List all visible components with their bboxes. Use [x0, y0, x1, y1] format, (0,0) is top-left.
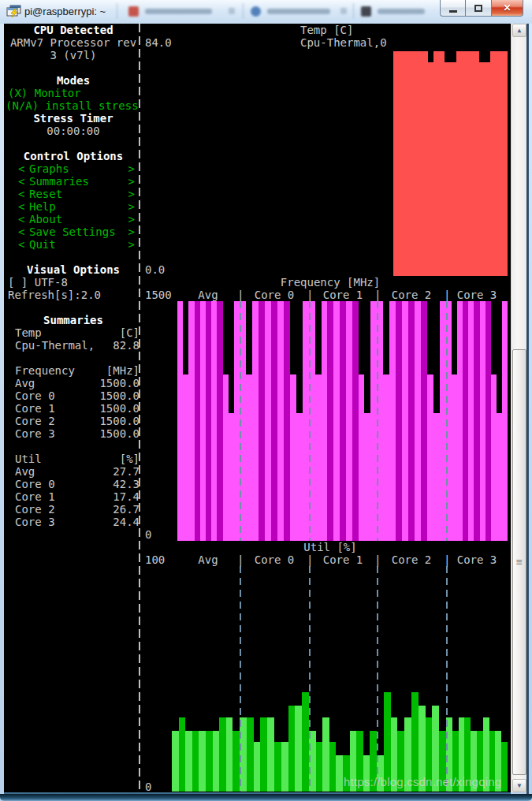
minimize-icon [449, 10, 457, 13]
section-divider [377, 301, 378, 541]
summary-freq-row: Core 21500.0 [15, 415, 140, 427]
menu-item-help[interactable]: <Help> [18, 200, 135, 213]
maximize-icon [474, 5, 482, 12]
scroll-down-icon: ▼ [518, 782, 522, 789]
refresh-field[interactable]: Refresh[s]:2.0 [8, 289, 101, 301]
putty-icon [6, 5, 21, 18]
section-divider [377, 566, 378, 792]
arrow-right-icon: > [128, 175, 135, 188]
util-graph-title: Util [%] [148, 541, 512, 553]
arrow-right-icon: > [128, 238, 135, 251]
graph-bars [377, 566, 446, 792]
label-row-pipe: | [374, 289, 381, 301]
arrow-left-icon: < [18, 225, 24, 238]
mode-monitor[interactable]: (X) Monitor [8, 87, 81, 99]
freq-section-label: Core 1 [323, 289, 363, 301]
scroll-thumb[interactable]: ≡ [512, 349, 526, 775]
utf8-checkbox[interactable]: [ ] UTF-8 [8, 276, 68, 289]
close-icon: ✕ [503, 2, 511, 13]
temp-ymin-label: 0.0 [145, 263, 165, 276]
cpu-detected-header: CPU Detected [4, 24, 143, 36]
arrow-left-icon: < [18, 213, 24, 225]
graph-bars [240, 301, 309, 541]
cpu-model-line2: 3 (v7l) [4, 49, 143, 61]
section-divider [446, 566, 448, 792]
label-row-pipe: | [307, 289, 313, 301]
util-section-label: Core 2 [392, 553, 432, 566]
section-divider [446, 301, 448, 541]
freq-graph-title: Frequency [MHz] [148, 276, 512, 289]
summary-freq-row: Core 01500.0 [15, 389, 140, 402]
terminal: CPU Detected ARMv7 Processor rev 3 (v7l)… [4, 24, 511, 794]
thumb-grip-icon: ≡ [516, 560, 523, 564]
arrow-right-icon: > [128, 162, 135, 175]
control-options-header: Control Options [4, 150, 143, 162]
summary-util-row: Core 324.4 [15, 516, 140, 528]
menu-item-save-settings[interactable]: <Save Settings> [18, 225, 135, 238]
summary-temp-header: Temp[C] [15, 326, 140, 339]
temp-ymax-label: 84.0 [145, 36, 172, 49]
summary-freq-row: Core 11500.0 [15, 402, 140, 415]
graph-bars [377, 301, 446, 541]
stress-timer-value: 00:00:00 [4, 125, 143, 137]
arrow-left-icon: < [18, 238, 24, 251]
util-section-label: Core 1 [323, 553, 363, 566]
minimize-button[interactable] [440, 0, 466, 17]
temp-graph-title: Temp [C] [300, 24, 353, 36]
arrow-left-icon: < [18, 200, 24, 213]
temp-series-label: Cpu-Thermal,0 [300, 36, 387, 49]
menu-item-graphs[interactable]: <Graphs> [18, 162, 135, 175]
summary-freq-row: Core 31500.0 [15, 427, 140, 440]
watermark: https://blog.csdn.net/xingqing [344, 775, 501, 788]
background-tab-favicon-dark [361, 6, 371, 17]
summary-freq-header: Frequency[MHz] [15, 364, 140, 377]
summaries-header: Summaries [4, 314, 143, 326]
menu-item-about[interactable]: <About> [18, 213, 135, 225]
summary-freq-row: Avg1500.0 [15, 377, 140, 389]
summary-util-row: Core 226.7 [15, 503, 140, 516]
section-divider [240, 301, 241, 541]
scroll-down-button[interactable]: ▼ [512, 779, 526, 792]
arrow-right-icon: > [128, 188, 135, 200]
window-bottom-border [0, 794, 532, 801]
summary-util-row: Core 117.4 [15, 490, 140, 503]
cpu-model-line1: ARMv7 Processor rev [4, 36, 143, 49]
label-row-pipe: | [307, 553, 313, 566]
freq-section-label: Core 2 [392, 289, 432, 301]
window-right-border [526, 24, 529, 794]
scroll-up-button[interactable]: ▲ [512, 24, 526, 37]
background-tab-favicon-blue [251, 6, 261, 17]
util-section-label: Avg [198, 553, 218, 566]
util-ymax-label: 100 [145, 553, 165, 566]
util-section-label: Core 3 [457, 553, 497, 566]
graph-bars [309, 301, 377, 541]
arrow-right-icon: > [128, 225, 135, 238]
summary-util-row: Core 042.3 [15, 478, 140, 490]
graph-bars [393, 49, 508, 276]
background-tab-favicon-red [128, 6, 139, 17]
arrow-left-icon: < [18, 188, 24, 200]
graph-bars [240, 566, 309, 792]
freq-section-label: Core 3 [457, 289, 497, 301]
sidebar-graph-divider [139, 24, 140, 793]
freq-section-label: Avg [198, 289, 218, 301]
maximize-button[interactable] [466, 0, 491, 17]
summary-util-row: Avg27.7 [15, 465, 140, 478]
freq-ymax-label: 1500 [145, 289, 172, 301]
window-title: pi@raspberrypi: ~ [24, 6, 106, 17]
background-browser-tabs [102, 0, 441, 22]
menu-item-reset[interactable]: <Reset> [18, 188, 135, 200]
mode-install-stress[interactable]: (N/A) install stress [6, 99, 139, 112]
summary-util-header: Util[%] [15, 453, 140, 465]
menu-item-summaries[interactable]: <Summaries> [18, 175, 135, 188]
label-row-pipe: | [374, 553, 381, 566]
arrow-right-icon: > [128, 200, 135, 213]
close-button[interactable]: ✕ [491, 0, 523, 17]
scrollbar[interactable]: ▲ ≡ ▼ [511, 24, 526, 792]
arrow-left-icon: < [18, 162, 24, 175]
graph-bars [144, 566, 240, 792]
titlebar[interactable]: pi@raspberrypi: ~ ✕ [0, 0, 532, 24]
menu-item-quit[interactable]: <Quit> [18, 238, 135, 251]
graph-bars [144, 301, 240, 541]
label-row-pipe: | [444, 289, 450, 301]
